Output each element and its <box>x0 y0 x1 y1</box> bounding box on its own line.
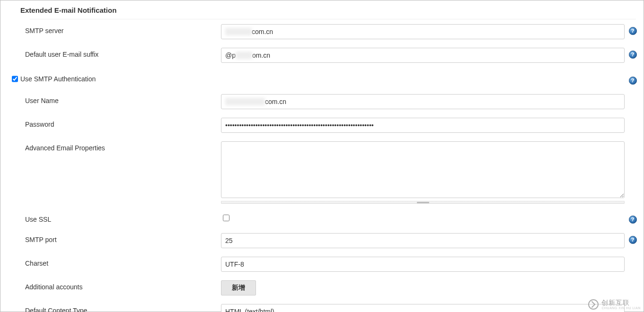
input-smtp-port[interactable] <box>221 233 625 248</box>
label-default-content-type: Default Content Type <box>9 304 221 312</box>
input-password[interactable] <box>221 118 625 133</box>
label-password: Password <box>9 118 221 128</box>
section-title: Extended E-mail Notification <box>9 0 639 19</box>
select-value: HTML (text/html) <box>225 308 274 312</box>
input-default-suffix[interactable] <box>221 48 625 63</box>
checkbox-use-smtp-auth[interactable] <box>12 76 18 82</box>
row-user-name: User Name xxxxxxxxxxxxcom.cn <box>9 94 639 109</box>
row-use-smtp-auth: Use SMTP Authentication <box>9 71 639 87</box>
label-advanced-props: Advanced Email Properties <box>9 141 221 152</box>
input-charset[interactable] <box>221 257 625 272</box>
select-default-content-type[interactable]: HTML (text/html) <box>221 304 625 312</box>
row-default-suffix: Default user E-mail suffix @pxxxxxom.cn <box>9 48 639 63</box>
watermark: 创新互联 CHUANG XIN HU LIAN <box>586 298 643 311</box>
watermark-sub: CHUANG XIN HU LIAN <box>601 306 641 310</box>
label-user-name: User Name <box>9 94 221 104</box>
label-use-ssl: Use SSL <box>9 213 221 223</box>
help-icon[interactable] <box>629 27 637 35</box>
label-smtp-port: SMTP port <box>9 233 221 243</box>
row-default-content-type: Default Content Type HTML (text/html) <box>9 304 639 312</box>
resize-handle[interactable] <box>221 201 625 204</box>
label-smtp-server: SMTP server <box>9 24 221 35</box>
row-smtp-server: SMTP server xxxxxxxxcom.cn <box>9 24 639 39</box>
row-smtp-port: SMTP port <box>9 233 639 248</box>
config-panel: Extended E-mail Notification SMTP server… <box>0 0 644 312</box>
textarea-advanced-props[interactable] <box>221 141 625 198</box>
label-use-smtp-auth: Use SMTP Authentication <box>18 75 221 83</box>
help-icon[interactable] <box>629 236 637 244</box>
row-advanced-props: Advanced Email Properties <box>9 141 639 198</box>
label-default-suffix: Default user E-mail suffix <box>9 48 221 58</box>
checkbox-use-ssl[interactable] <box>223 215 229 221</box>
input-user-name[interactable] <box>221 94 625 109</box>
watermark-logo-icon <box>588 299 599 310</box>
row-additional-accounts: Additional accounts 新增 <box>9 280 639 295</box>
help-icon[interactable] <box>629 77 637 85</box>
add-account-button[interactable]: 新增 <box>221 280 256 295</box>
label-charset: Charset <box>9 257 221 267</box>
divider <box>30 19 636 19</box>
label-additional-accounts: Additional accounts <box>9 280 221 291</box>
row-password: Password <box>9 118 639 133</box>
row-use-ssl: Use SSL <box>9 210 639 225</box>
input-smtp-server[interactable] <box>221 24 625 39</box>
row-charset: Charset <box>9 257 639 272</box>
help-icon[interactable] <box>629 216 637 224</box>
help-icon[interactable] <box>629 51 637 59</box>
